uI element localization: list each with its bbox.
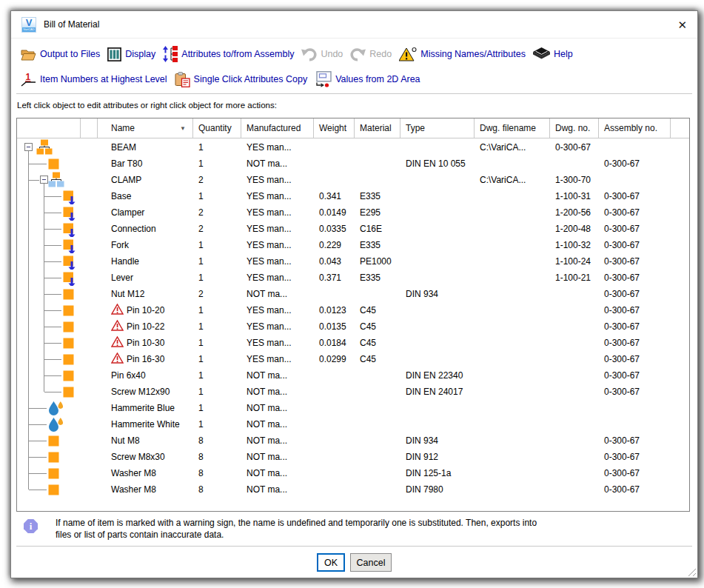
tree-connector-line (28, 237, 29, 253)
table-row-washer-m8[interactable]: Washer M88NOT ma...DIN 125-1a0-300-67 (17, 465, 689, 481)
cell-type (400, 139, 475, 156)
table-row-pin-10-20[interactable]: Pin 10-201YES man...0.0123C450-300-67 (17, 302, 689, 318)
part-icon (63, 354, 74, 365)
table-row-pin-10-22[interactable]: Pin 10-221YES man...0.0135C450-300-67 (17, 318, 689, 335)
cell-weight: 0.0135 (314, 318, 355, 335)
table-row-clamper[interactable]: Clamper2YES man...0.0149E2951-200-560-30… (17, 204, 689, 221)
close-icon[interactable]: ✕ (677, 19, 687, 30)
toolbar-button-item-numbers-at-highest-level[interactable]: 1Item Numbers at Highest Level (21, 72, 167, 87)
table-row-nut-m8[interactable]: Nut M88NOT ma...DIN 9340-300-67 (17, 432, 689, 449)
logo-letter: V (22, 18, 36, 27)
part-modified-icon (63, 272, 76, 286)
cell-dwg_filename (475, 302, 550, 318)
item-name: Screw M8x30 (111, 452, 165, 462)
button-bar: OK Cancel (11, 553, 697, 572)
cell-dwg_filename: C:\VariCA... (475, 139, 550, 156)
logo-text: VariCAD (22, 27, 36, 32)
cell-quantity: 1 (193, 351, 241, 367)
toolbar-button-help[interactable]: Help (533, 47, 573, 61)
cell-quantity: 1 (193, 384, 241, 400)
table-row-base[interactable]: Base1YES man...0.341E3351-100-310-300-67 (17, 188, 689, 204)
cell-assembly_no (599, 400, 671, 416)
table-row-washer-m8[interactable]: Washer M88NOT ma...DIN 79800-300-67 (17, 481, 689, 498)
collapse-toggle[interactable] (40, 176, 48, 184)
part-modified-icon (63, 190, 76, 204)
cell-material: C45 (355, 351, 400, 367)
cell-quantity: 2 (193, 286, 241, 302)
toolbar-button-missing-names-attributes[interactable]: Missing Names/Attributes (399, 47, 526, 61)
toolbar-button-label: Missing Names/Attributes (420, 49, 526, 59)
item-name: Pin 10-22 (127, 321, 164, 332)
column-header-name[interactable]: Name▼ (98, 118, 193, 138)
cell-type (400, 270, 475, 286)
cell-manufactured: YES man... (241, 302, 314, 318)
paint-icon (48, 401, 65, 415)
table-row-lever[interactable]: Lever1YES man...0.371E3351-100-210-300-6… (17, 270, 689, 286)
collapse-toggle[interactable] (24, 143, 33, 151)
tree-cell (17, 384, 81, 400)
cell-dwg_no (550, 481, 599, 498)
table-row-pin-6x40[interactable]: Pin 6x401NOT ma...DIN EN 223400-300-67 (17, 367, 689, 384)
table-body: BEAM1YES man...C:\VariCA...0-300-67Bar T… (17, 139, 689, 511)
cell-dwg_no (550, 335, 599, 351)
part-icon (63, 387, 74, 398)
table-row-hammerite-blue[interactable]: Hammerite Blue1NOT ma... (17, 400, 689, 416)
cell-assembly_no: 0-300-67 (599, 465, 671, 481)
item-name: Clamper (111, 207, 144, 218)
cell-material (355, 400, 400, 416)
cell-weight (314, 416, 355, 432)
toolbar-button-output-to-files[interactable]: Output to Files (21, 48, 100, 61)
table-row-fork[interactable]: Fork1YES man...0.229E3351-100-320-300-67 (17, 237, 689, 253)
cell-type (400, 188, 475, 204)
warning-icon (111, 320, 124, 335)
table-row-bar-t80[interactable]: Bar T801NOT ma...DIN EN 10 0550-300-67 (17, 156, 689, 172)
table-row-hammerite-white[interactable]: Hammerite White1NOT ma... (17, 416, 689, 432)
cell-name: Nut M12 (98, 286, 193, 302)
cell-quantity: 1 (193, 367, 241, 384)
cell-assembly_no: 0-300-67 (599, 432, 671, 449)
toolbar-button-values-from-2d-area[interactable]: Values from 2D Area (315, 71, 420, 87)
cell-dwg_filename (475, 367, 550, 384)
cell-assembly_no: 0-300-67 (599, 481, 671, 498)
toolbar-button-undo: Undo (301, 47, 343, 61)
toolbar-button-display[interactable]: Display (107, 47, 155, 61)
attributes-copy-icon (175, 72, 190, 87)
cell-weight: 0.0149 (314, 204, 355, 221)
cell-quantity: 1 (193, 139, 241, 156)
cell-manufactured: NOT ma... (241, 286, 314, 302)
cell-dwg_filename (475, 188, 550, 204)
cell-quantity: 1 (193, 302, 241, 318)
cell-manufactured: NOT ma... (241, 465, 314, 481)
table-row-nut-m12[interactable]: Nut M122NOT ma...DIN 9340-300-67 (17, 286, 689, 302)
cell-material (355, 139, 400, 156)
table-row-connection[interactable]: Connection2YES man...0.0335C16E1-200-480… (17, 221, 689, 237)
tree-connector-line (29, 180, 39, 181)
tree-cell (17, 465, 81, 481)
item-name: Hammerite Blue (111, 403, 175, 413)
ok-button[interactable]: OK (317, 553, 345, 572)
table-row-screw-m8x30[interactable]: Screw M8x308NOT ma...DIN 9120-300-67 (17, 449, 689, 465)
toolbar-button-single-click-attributes-copy[interactable]: Single Click Attributes Copy (175, 72, 308, 87)
table-row-pin-16-30[interactable]: Pin 16-301YES man...0.0299C450-300-67 (17, 351, 689, 367)
table-row-screw-m12x90[interactable]: Screw M12x901NOT ma...DIN EN 240170-300-… (17, 384, 689, 400)
tree-cell (17, 351, 81, 367)
table-row-clamp[interactable]: CLAMP2YES man...C:\VariCA...1-300-70 (17, 172, 689, 188)
tree-connector-line (29, 490, 47, 490)
tree-connector-line (44, 261, 61, 262)
part-icon (63, 338, 74, 349)
tree-cell (17, 318, 81, 335)
cell-name: Base (98, 188, 193, 204)
info-message: If name of item is marked with a warning… (56, 517, 537, 541)
varicad-logo-icon: V VariCAD (21, 17, 36, 33)
part-icon (63, 289, 74, 300)
cell-weight: 0.0335 (314, 221, 355, 237)
toolbar-button-attributes-to-from-assembly[interactable]: Attributes to/from Assembly (163, 46, 294, 62)
table-row-handle[interactable]: Handle1YES man...0.043PE10001-100-240-30… (17, 253, 689, 270)
cancel-button[interactable]: Cancel (350, 553, 392, 572)
bom-table: Name▼QuantityManufacturedWeightMaterialT… (16, 118, 690, 512)
cell-dwg_filename (475, 221, 550, 237)
table-row-pin-10-30[interactable]: Pin 10-301YES man...0.0184C450-300-67 (17, 335, 689, 351)
cell-material: PE1000 (355, 253, 400, 270)
cell-dwg_no (550, 156, 599, 172)
table-row-beam[interactable]: BEAM1YES man...C:\VariCA...0-300-67 (17, 139, 689, 156)
